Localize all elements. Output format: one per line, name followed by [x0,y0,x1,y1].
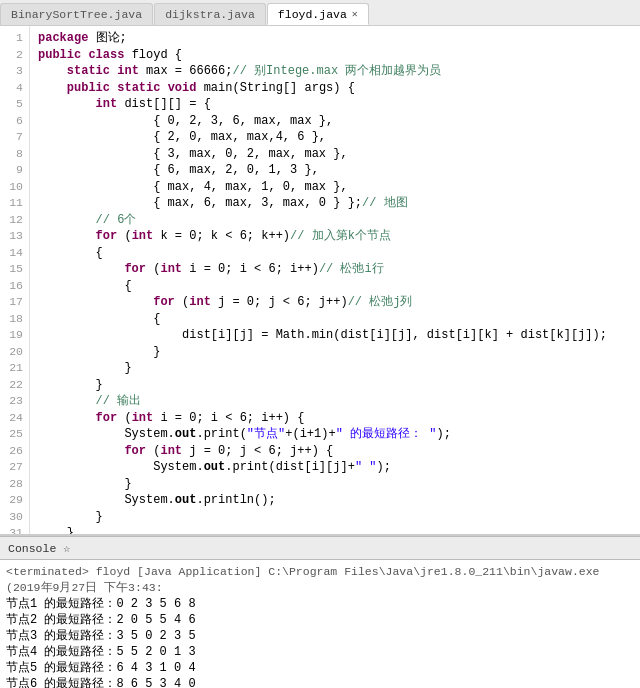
line-num-27: 27 [6,459,23,476]
line-num-10: 10 [6,179,23,196]
line-num-22: 22 [6,377,23,394]
code-line-15: for (int i = 0; i < 6; i++)// 松弛i行 [38,261,632,278]
code-line-12: // 6个 [38,212,632,229]
line-num-11: 11 [6,195,23,212]
tab-bar: BinarySortTree.javadijkstra.javafloyd.ja… [0,0,640,26]
line-num-28: 28 [6,476,23,493]
line-num-4: 4 [6,80,23,97]
line-num-7: 7 [6,129,23,146]
code-line-23: // 输出 [38,393,632,410]
code-line-25: System.out.print("节点"+(i+1)+" 的最短路径： "); [38,426,632,443]
code-line-19: dist[i][j] = Math.min(dist[i][j], dist[i… [38,327,632,344]
line-num-29: 29 [6,492,23,509]
line-num-23: 23 [6,393,23,410]
line-num-8: 8 [6,146,23,163]
console-output-line-3: 节点4 的最短路径：5 5 2 0 1 3 [6,644,634,660]
line-num-14: 14 [6,245,23,262]
line-num-18: 18 [6,311,23,328]
code-line-26: for (int j = 0; j < 6; j++) { [38,443,632,460]
code-line-30: } [38,509,632,526]
code-line-1: package 图论; [38,30,632,47]
code-line-21: } [38,360,632,377]
editor: 1234567891011121314151617181920212223242… [0,26,640,536]
code-line-11: { max, 6, max, 3, max, 0 } };// 地图 [38,195,632,212]
line-num-30: 30 [6,509,23,526]
console-terminated: <terminated> floyd [Java Application] C:… [6,564,634,596]
line-num-26: 26 [6,443,23,460]
line-num-17: 17 [6,294,23,311]
line-num-16: 16 [6,278,23,295]
code-line-18: { [38,311,632,328]
line-num-15: 15 [6,261,23,278]
console-output-line-5: 节点6 的最短路径：8 6 5 3 4 0 [6,676,634,688]
line-numbers: 1234567891011121314151617181920212223242… [0,26,30,534]
code-line-27: System.out.print(dist[i][j]+" "); [38,459,632,476]
code-area: package 图论;public class floyd { static i… [30,26,640,534]
console-output-line-4: 节点5 的最短路径：6 4 3 1 0 4 [6,660,634,676]
code-line-17: for (int j = 0; j < 6; j++)// 松弛j列 [38,294,632,311]
code-line-9: { 6, max, 2, 0, 1, 3 }, [38,162,632,179]
line-num-9: 9 [6,162,23,179]
line-num-13: 13 [6,228,23,245]
code-line-29: System.out.println(); [38,492,632,509]
code-line-22: } [38,377,632,394]
code-line-3: static int max = 66666;// 别Intege.max 两个… [38,63,632,80]
tab-floyd[interactable]: floyd.java✕ [267,3,369,25]
console-title: Console ☆ [8,541,70,555]
line-num-19: 19 [6,327,23,344]
line-num-31: 31 [6,525,23,536]
console-body: <terminated> floyd [Java Application] C:… [0,560,640,688]
tab-bst[interactable]: BinarySortTree.java [0,3,153,25]
tab-label-bst: BinarySortTree.java [11,8,142,21]
code-line-14: { [38,245,632,262]
tab-close-floyd[interactable]: ✕ [352,8,358,20]
code-line-28: } [38,476,632,493]
code-line-2: public class floyd { [38,47,632,64]
console-header: Console ☆ [0,536,640,560]
code-line-7: { 2, 0, max, max,4, 6 }, [38,129,632,146]
line-num-25: 25 [6,426,23,443]
code-line-10: { max, 4, max, 1, 0, max }, [38,179,632,196]
code-line-20: } [38,344,632,361]
code-line-13: for (int k = 0; k < 6; k++)// 加入第k个节点 [38,228,632,245]
line-num-3: 3 [6,63,23,80]
tab-label-floyd: floyd.java [278,8,347,21]
line-num-6: 6 [6,113,23,130]
tab-dijk[interactable]: dijkstra.java [154,3,266,25]
line-num-21: 21 [6,360,23,377]
code-line-31: } [38,525,632,534]
code-line-8: { 3, max, 0, 2, max, max }, [38,146,632,163]
line-num-12: 12 [6,212,23,229]
line-num-2: 2 [6,47,23,64]
line-num-5: 5 [6,96,23,113]
code-line-24: for (int i = 0; i < 6; i++) { [38,410,632,427]
console-output-line-0: 节点1 的最短路径：0 2 3 5 6 8 [6,596,634,612]
line-num-20: 20 [6,344,23,361]
code-line-4: public static void main(String[] args) { [38,80,632,97]
console-output-line-1: 节点2 的最短路径：2 0 5 5 4 6 [6,612,634,628]
line-num-24: 24 [6,410,23,427]
code-line-6: { 0, 2, 3, 6, max, max }, [38,113,632,130]
code-line-5: int dist[][] = { [38,96,632,113]
console-output-line-2: 节点3 的最短路径：3 5 0 2 3 5 [6,628,634,644]
line-num-1: 1 [6,30,23,47]
tab-label-dijk: dijkstra.java [165,8,255,21]
code-line-16: { [38,278,632,295]
